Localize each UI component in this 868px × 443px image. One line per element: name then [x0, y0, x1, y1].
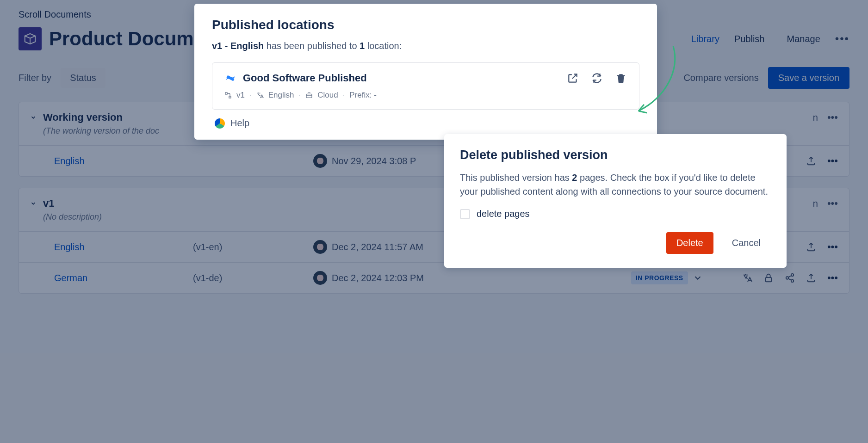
modal-subline: v1 - English has been published to 1 loc… [212, 41, 639, 51]
cloud-icon [305, 92, 313, 99]
checkbox-label: delete pages [477, 209, 530, 219]
modal-title: Published locations [212, 18, 639, 32]
delete-pages-option[interactable]: delete pages [460, 209, 771, 219]
delete-button[interactable]: Delete [666, 232, 713, 254]
svg-rect-6 [306, 94, 312, 98]
svg-rect-5 [229, 96, 231, 98]
published-locations-modal: Published locations v1 - English has bee… [194, 4, 657, 140]
popover-body: This published version has 2 pages. Chec… [460, 171, 771, 198]
location-card: Good Software Published v1 · English · C… [212, 62, 639, 110]
tree-icon [224, 92, 232, 99]
cancel-button[interactable]: Cancel [722, 232, 771, 254]
svg-rect-4 [225, 92, 227, 94]
translate-icon [256, 92, 264, 99]
popover-title: Delete published version [460, 148, 771, 162]
location-meta: v1 · English · Cloud · Prefix: - [224, 91, 627, 100]
help-link[interactable]: Help [212, 118, 639, 129]
sync-icon[interactable] [591, 72, 603, 84]
open-external-icon[interactable] [567, 72, 579, 84]
location-name: Good Software Published [243, 72, 560, 84]
checkbox[interactable] [460, 209, 470, 219]
trash-icon[interactable] [615, 72, 627, 84]
delete-version-popover: Delete published version This published … [444, 134, 787, 268]
confluence-icon [224, 72, 236, 84]
help-icon [215, 118, 225, 129]
